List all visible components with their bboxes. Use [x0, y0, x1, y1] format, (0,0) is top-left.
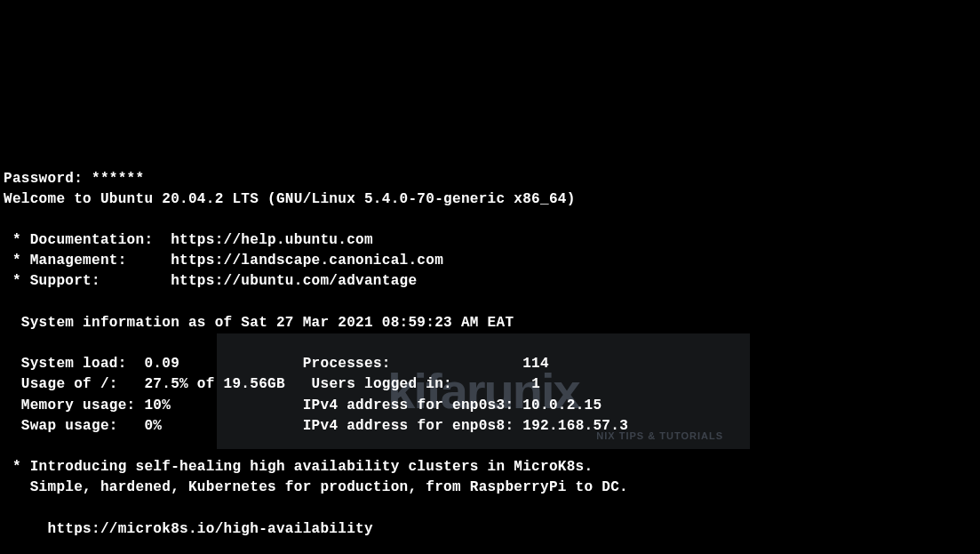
sysload-label: System load: [4, 356, 127, 372]
processes-label: Processes: [303, 356, 391, 372]
blank-line [4, 438, 12, 454]
swapusage-value: 0% [118, 418, 163, 434]
terminal-window[interactable]: kifarunix NIX TIPS & TUTORIALS Password:… [4, 86, 976, 554]
swapusage-label: Swap usage: [4, 418, 118, 434]
users-value: 1 [531, 376, 540, 392]
diskusage-value: 27.5% of 19.56GB [118, 376, 285, 392]
sysinfo-row-2: Usage of /: 27.5% of 19.56GB Users logge… [4, 376, 540, 392]
memusage-label: Memory usage: [4, 397, 136, 413]
blank-line [4, 335, 12, 351]
terminal-content: Password: ****** Welcome to Ubuntu 20.04… [4, 148, 976, 554]
ipv4-enp0s3-value: 10.0.2.15 [522, 397, 602, 413]
blank-line [4, 542, 12, 554]
support-link-line: * Support: https://ubuntu.com/advantage [4, 273, 417, 289]
ipv4-enp0s8-label: IPv4 address for enp0s8: [303, 418, 514, 434]
blank-line [4, 501, 12, 517]
microk8s-line-1: * Introducing self-healing high availabi… [4, 459, 593, 475]
ipv4-enp0s8-value: 192.168.57.3 [522, 418, 628, 434]
diskusage-label: Usage of /: [4, 376, 118, 392]
doc-link-line: * Documentation: https://help.ubuntu.com [4, 232, 373, 248]
blank-line [4, 294, 12, 310]
users-label: Users logged in: [312, 376, 452, 392]
password-line: Password: ****** [4, 171, 144, 187]
blank-line [4, 212, 12, 228]
memusage-value: 10% [136, 397, 171, 413]
welcome-line: Welcome to Ubuntu 20.04.2 LTS (GNU/Linux… [4, 191, 576, 207]
sysinfo-row-3: Memory usage: 10% IPv4 address for enp0s… [4, 397, 602, 413]
microk8s-link-line: https://microk8s.io/high-availability [4, 521, 373, 537]
microk8s-line-2: Simple, hardened, Kubernetes for product… [4, 479, 628, 495]
sysinfo-header-line: System information as of Sat 27 Mar 2021… [4, 315, 514, 331]
ipv4-enp0s3-label: IPv4 address for enp0s3: [303, 397, 514, 413]
sysload-value: 0.09 [127, 356, 179, 372]
processes-value: 114 [522, 356, 549, 372]
mgmt-link-line: * Management: https://landscape.canonica… [4, 253, 443, 269]
sysinfo-row-1: System load: 0.09 Processes: 114 [4, 356, 549, 372]
sysinfo-row-4: Swap usage: 0% IPv4 address for enp0s8: … [4, 418, 628, 434]
